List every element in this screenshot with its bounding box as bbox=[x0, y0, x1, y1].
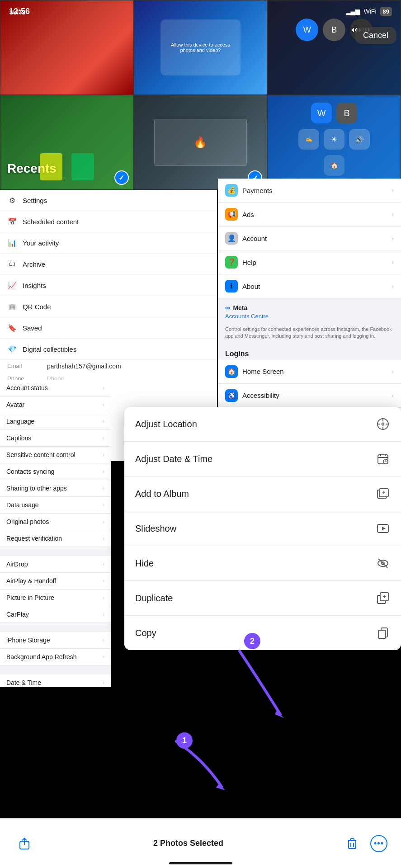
sp-pip[interactable]: Picture in Picture › bbox=[0, 590, 111, 606]
insta-menu-qr[interactable]: ▦ QR Code bbox=[0, 296, 217, 317]
sp-original-photos[interactable]: Original photos › bbox=[0, 514, 111, 530]
as-slideshow[interactable]: Slideshow bbox=[124, 511, 401, 546]
status-bar: 12:56 ▂▄▆ WiFi 89 bbox=[0, 0, 401, 23]
svg-rect-26 bbox=[378, 630, 386, 638]
about-icon: ℹ bbox=[225, 280, 238, 292]
home-indicator bbox=[169, 862, 232, 864]
check-circle-1[interactable]: ✓ bbox=[114, 170, 129, 185]
settings-panel: Account status › Avatar › Language › Cap… bbox=[0, 380, 111, 687]
payments-icon: 💰 bbox=[225, 184, 238, 197]
insta-menu-insights[interactable]: 📈 Insights bbox=[0, 275, 217, 296]
battery-level: 89 bbox=[380, 7, 392, 16]
insta-menu-scheduled[interactable]: 📅 Scheduled content bbox=[0, 211, 217, 232]
photo-cell-6: W B ✍ ☀ 🔊 🏠 bbox=[267, 95, 401, 190]
wifi-icon: WiFi bbox=[364, 8, 377, 15]
insta-menu-activity[interactable]: 📊 Your activity bbox=[0, 232, 217, 254]
sp-airdrop[interactable]: AirDrop › bbox=[0, 556, 111, 573]
status-time: 12:56 bbox=[9, 7, 30, 16]
toolbar-right-group: ••• bbox=[341, 833, 387, 854]
photo-cell-5[interactable]: 🔥 ✓ bbox=[134, 95, 268, 190]
sp-date-time[interactable]: Date & Time › bbox=[0, 675, 111, 687]
meta-description: Control settings for connected experienc… bbox=[218, 322, 401, 344]
share-button[interactable] bbox=[14, 833, 35, 854]
arrow-1 bbox=[149, 732, 240, 796]
more-button[interactable]: ••• bbox=[370, 835, 387, 852]
sp-avatar[interactable]: Avatar › bbox=[0, 396, 111, 413]
status-icons: ▂▄▆ WiFi 89 bbox=[346, 7, 392, 16]
svg-point-1 bbox=[382, 423, 384, 425]
sp-carplay[interactable]: CarPlay › bbox=[0, 606, 111, 623]
sp-airplay[interactable]: AirPlay & Handoff › bbox=[0, 573, 111, 590]
as-hide[interactable]: Hide bbox=[124, 546, 401, 581]
chevron-icon: › bbox=[392, 283, 394, 290]
account-icon: 👤 bbox=[225, 232, 238, 245]
sp-captions[interactable]: Captions › bbox=[0, 430, 111, 447]
action-sheet: Adjust Location Adjust Date & Time bbox=[124, 407, 401, 650]
rp-about[interactable]: ℹ About › bbox=[218, 274, 401, 298]
meta-brand: ∞ Meta bbox=[218, 300, 401, 313]
home-screen-icon: 🏠 bbox=[225, 365, 238, 378]
sp-background-refresh-1[interactable]: Background App Refresh › bbox=[0, 649, 111, 665]
rp-ads[interactable]: 📢 Ads › bbox=[218, 203, 401, 226]
archive-icon: 🗂 bbox=[7, 259, 17, 269]
right-panel: 💰 Payments › 📢 Ads › 👤 Account › ❓ Help … bbox=[218, 179, 401, 414]
photos-grid: SUITS Allow this device to access photos… bbox=[0, 0, 401, 190]
digital-icon: 💎 bbox=[7, 344, 17, 354]
scheduled-icon: 📅 bbox=[7, 217, 17, 226]
sp-language[interactable]: Language › bbox=[0, 413, 111, 430]
insta-email-row: Email parthshah157@gmail.com bbox=[0, 360, 217, 373]
sp-sharing[interactable]: Sharing to other apps › bbox=[0, 480, 111, 497]
annotation-bubble-2: 2 bbox=[244, 633, 260, 649]
adjust-date-icon bbox=[376, 452, 390, 466]
bottom-toolbar: 2 Photos Selected ••• bbox=[0, 818, 401, 868]
rp-accessibility[interactable]: ♿ Accessibility › bbox=[218, 384, 401, 408]
as-duplicate[interactable]: Duplicate bbox=[124, 581, 401, 616]
insta-menu-settings[interactable]: ⚙ Settings bbox=[0, 190, 217, 211]
slideshow-icon bbox=[376, 521, 390, 536]
cancel-button[interactable]: Cancel bbox=[355, 27, 396, 44]
accounts-centre-link[interactable]: Accounts Centre bbox=[218, 313, 401, 322]
accessibility-icon: ♿ bbox=[225, 389, 238, 402]
hide-icon bbox=[376, 556, 390, 571]
rp-home-screen[interactable]: 🏠 Home Screen › bbox=[218, 360, 401, 384]
selected-label: 2 Photos Selected bbox=[153, 839, 223, 848]
svg-rect-31 bbox=[349, 840, 356, 849]
chevron-icon: › bbox=[392, 187, 394, 194]
insta-menu-digital[interactable]: 💎 Digital collectibles bbox=[0, 339, 217, 360]
trash-button[interactable] bbox=[341, 833, 363, 854]
sp-sensitive[interactable]: Sensitive content control › bbox=[0, 447, 111, 463]
sp-request-verification[interactable]: Request verification › bbox=[0, 530, 111, 547]
copy-icon bbox=[376, 626, 390, 640]
insta-menu-archive[interactable]: 🗂 Archive bbox=[0, 254, 217, 275]
insta-menu-saved[interactable]: 🔖 Saved bbox=[0, 317, 217, 339]
chevron-icon: › bbox=[392, 211, 394, 218]
svg-marker-18 bbox=[382, 527, 386, 530]
duplicate-icon bbox=[376, 591, 390, 605]
sp-account-status[interactable]: Account status › bbox=[0, 380, 111, 396]
chevron-icon: › bbox=[392, 235, 394, 242]
signal-icon: ▂▄▆ bbox=[346, 8, 360, 15]
as-add-to-album[interactable]: Add to Album bbox=[124, 476, 401, 511]
add-album-icon bbox=[376, 486, 390, 501]
sp-iphone-storage[interactable]: iPhone Storage › bbox=[0, 632, 111, 649]
sp-contacts[interactable]: Contacts syncing › bbox=[0, 463, 111, 480]
ads-icon: 📢 bbox=[225, 208, 238, 221]
saved-icon: 🔖 bbox=[7, 323, 17, 333]
activity-icon: 📊 bbox=[7, 238, 17, 248]
help-icon: ❓ bbox=[225, 256, 238, 269]
qr-icon: ▦ bbox=[7, 302, 17, 311]
chevron-icon: › bbox=[392, 259, 394, 266]
as-adjust-date-time[interactable]: Adjust Date & Time bbox=[124, 442, 401, 476]
logins-header: Logins bbox=[218, 345, 401, 360]
settings-icon: ⚙ bbox=[7, 195, 17, 205]
rp-payments[interactable]: 💰 Payments › bbox=[218, 179, 401, 203]
arrow-2 bbox=[222, 642, 303, 723]
rp-account[interactable]: 👤 Account › bbox=[218, 226, 401, 250]
annotation-bubble-1: 1 bbox=[176, 732, 193, 749]
rp-help[interactable]: ❓ Help › bbox=[218, 250, 401, 274]
as-adjust-location[interactable]: Adjust Location bbox=[124, 407, 401, 442]
photo-cell-4[interactable]: Recents ✓ bbox=[0, 95, 134, 190]
adjust-location-icon bbox=[376, 417, 390, 431]
insights-icon: 📈 bbox=[7, 280, 17, 290]
sp-data-usage[interactable]: Data usage › bbox=[0, 497, 111, 514]
